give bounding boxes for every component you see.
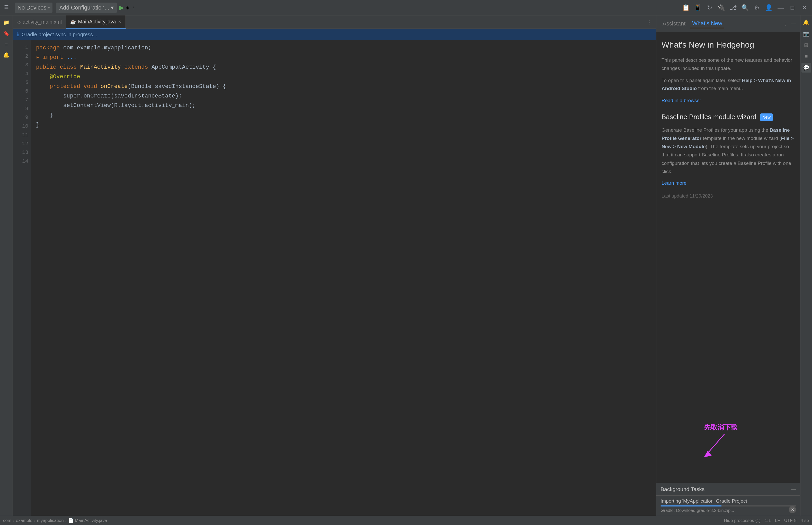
code-line-14: } bbox=[36, 120, 651, 130]
code-line-10: protected void onCreate(Bundle savedInst… bbox=[36, 82, 651, 91]
left-sidebar: 📁 🔖 ≡ 🔔 bbox=[0, 15, 13, 516]
account-icon[interactable]: 👤 bbox=[765, 4, 772, 11]
line-separator: LF bbox=[775, 518, 780, 523]
tab-close-icon[interactable]: ✕ bbox=[118, 19, 121, 24]
bg-task-item: Importing 'MyApplication' Gradle Project… bbox=[657, 496, 800, 516]
code-line-7: public class MainActivity extends AppCom… bbox=[36, 62, 651, 72]
search-everywhere-icon[interactable]: 🔍 bbox=[741, 4, 749, 11]
right-panel: Assistant What's New ⋮ — What's New in H… bbox=[656, 15, 800, 516]
panel-header: Assistant What's New ⋮ — bbox=[657, 15, 800, 32]
tab-activity-main-label: activity_main.xml bbox=[22, 19, 62, 25]
settings-icon[interactable]: ⚙ bbox=[753, 4, 761, 11]
add-config-chevron-icon: ▾ bbox=[111, 4, 114, 11]
hide-processes-button[interactable]: Hide processes (1) bbox=[724, 518, 761, 523]
code-line-9: @Override bbox=[36, 72, 651, 81]
camera-icon[interactable]: 📷 bbox=[801, 29, 811, 39]
bg-task-progress-bar bbox=[661, 506, 796, 507]
tab-more-icon[interactable]: ⋮ bbox=[642, 19, 656, 26]
plugin-icon[interactable]: 🔌 bbox=[718, 4, 725, 11]
info-icon: ℹ bbox=[17, 31, 19, 38]
sdk-manager-icon[interactable]: 📋 bbox=[682, 4, 690, 11]
section-description: Generate Baseline Profiles for your app … bbox=[662, 126, 795, 176]
minimize-icon[interactable]: — bbox=[777, 4, 784, 11]
bg-task-cancel-button[interactable]: ✕ bbox=[789, 506, 796, 513]
bg-task-subtitle: Gradle: Download gradle-8.2-bin.zip... bbox=[661, 508, 796, 513]
indent-label: 4 sp bbox=[801, 518, 809, 523]
encoding-label: UTF-8 bbox=[784, 518, 797, 523]
layout-icon[interactable]: ⊞ bbox=[801, 40, 811, 50]
bookmarks-icon[interactable]: 🔖 bbox=[2, 28, 11, 38]
panel-options-icon[interactable]: ⋮ bbox=[783, 20, 788, 27]
run-button[interactable]: ▶ bbox=[119, 4, 124, 12]
notifications-right-icon[interactable]: 🔔 bbox=[801, 17, 811, 27]
assistant-right-icon[interactable]: 💬 bbox=[801, 63, 811, 73]
main-content: 📁 🔖 ≡ 🔔 ◇ activity_main.xml ☕ MainActivi… bbox=[0, 15, 812, 516]
code-line-11: super.onCreate(savedInstanceState); bbox=[36, 91, 651, 101]
breadcrumb-sep-1: › bbox=[13, 518, 14, 523]
add-config-label: Add Configuration... bbox=[59, 4, 109, 11]
close-window-icon[interactable]: ✕ bbox=[801, 4, 808, 11]
tab-main-activity-label: MainActivity.java bbox=[78, 19, 116, 25]
avd-manager-icon[interactable]: 📱 bbox=[694, 4, 702, 11]
code-line-3[interactable]: ▸ import ... bbox=[36, 53, 651, 62]
section-title: Baseline Profiles module wizard New bbox=[662, 111, 795, 122]
top-toolbar: ☰ No Devices ▾ Add Configuration... ▾ ▶ … bbox=[0, 0, 812, 15]
editor-tab-bar: ◇ activity_main.xml ☕ MainActivity.java … bbox=[13, 15, 656, 29]
add-configuration-button[interactable]: Add Configuration... ▾ bbox=[56, 3, 117, 13]
whats-new-content: What's New in Hedgehog This panel descri… bbox=[657, 32, 800, 483]
project-icon[interactable]: 📁 bbox=[2, 17, 11, 27]
gradle-message: Gradle project sync in progress... bbox=[21, 32, 97, 38]
whats-new-desc-1: This panel describes some of the new fea… bbox=[662, 56, 795, 72]
code-editor[interactable]: 1 2 3 4 5 6 7 8 9 10 11 12 13 14 package… bbox=[13, 40, 656, 516]
whats-new-desc-2: To open this panel again later, select H… bbox=[662, 76, 795, 93]
panel-close-icon[interactable]: — bbox=[791, 20, 796, 27]
assistant-tab[interactable]: Assistant bbox=[661, 19, 688, 28]
device-selector[interactable]: No Devices ▾ bbox=[15, 3, 52, 13]
editor-area: ◇ activity_main.xml ☕ MainActivity.java … bbox=[13, 15, 656, 516]
device-label: No Devices bbox=[17, 4, 46, 11]
breadcrumb-sep-2: › bbox=[34, 518, 35, 523]
bg-tasks-title: Background Tasks bbox=[661, 486, 705, 492]
breadcrumb: com › example › myapplication › 📄 MainAc… bbox=[3, 518, 107, 523]
logcat-icon[interactable]: ≡ bbox=[801, 51, 811, 61]
java-file-icon: ☕ bbox=[70, 19, 76, 25]
notifications-icon[interactable]: 🔔 bbox=[2, 50, 11, 60]
bg-task-title: Importing 'MyApplication' Gradle Project bbox=[661, 498, 796, 504]
status-left: com › example › myapplication › 📄 MainAc… bbox=[3, 518, 107, 523]
read-in-browser-link[interactable]: Read in a browser bbox=[662, 97, 795, 104]
bg-tasks-header: Background Tasks — bbox=[657, 483, 800, 496]
profile-button[interactable]: ◈ bbox=[126, 5, 129, 10]
code-line-13: } bbox=[36, 110, 651, 120]
last-updated-text: Last updated 11/20/2023 bbox=[662, 192, 795, 200]
new-badge: New bbox=[760, 114, 773, 121]
code-line-1: package com.example.myapplication; bbox=[36, 43, 651, 53]
whats-new-tab[interactable]: What's New bbox=[690, 19, 724, 28]
tab-main-activity[interactable]: ☕ MainActivity.java ✕ bbox=[66, 15, 125, 29]
vcs-icon[interactable]: ⎇ bbox=[730, 4, 737, 11]
code-text[interactable]: package com.example.myapplication; ▸ imp… bbox=[31, 40, 656, 516]
device-chevron-icon: ▾ bbox=[48, 5, 50, 10]
code-line-12: setContentView(R.layout.activity_main); bbox=[36, 101, 651, 110]
bg-task-progress-fill bbox=[661, 506, 721, 507]
status-bar: com › example › myapplication › 📄 MainAc… bbox=[0, 516, 812, 525]
structure-icon[interactable]: ≡ bbox=[2, 39, 11, 49]
line-numbers: 1 2 3 4 5 6 7 8 9 10 11 12 13 14 bbox=[13, 40, 31, 516]
gradle-progress-bar: ℹ Gradle project sync in progress... bbox=[13, 29, 656, 40]
panel-header-icons: ⋮ — bbox=[783, 20, 796, 27]
hamburger-icon[interactable]: ☰ bbox=[4, 4, 11, 11]
sync-icon[interactable]: ↻ bbox=[706, 4, 713, 11]
tab-activity-main[interactable]: ◇ activity_main.xml bbox=[13, 15, 66, 29]
learn-more-link[interactable]: Learn more bbox=[662, 179, 795, 187]
cursor-position: 1:1 bbox=[765, 518, 771, 523]
background-tasks-panel: Background Tasks — Importing 'MyApplicat… bbox=[657, 483, 800, 516]
whats-new-title: What's New in Hedgehog bbox=[662, 38, 795, 51]
maximize-icon[interactable]: □ bbox=[789, 4, 796, 11]
status-right: Hide processes (1) 1:1 LF UTF-8 4 sp bbox=[724, 518, 809, 523]
right-icon-bar: 🔔 📷 ⊞ ≡ 💬 bbox=[800, 15, 812, 516]
bg-tasks-minimize-icon[interactable]: — bbox=[791, 486, 796, 492]
breadcrumb-sep-3: › bbox=[65, 518, 67, 523]
xml-file-icon: ◇ bbox=[17, 19, 20, 25]
more-actions-icon[interactable]: ⋮ bbox=[131, 5, 135, 10]
